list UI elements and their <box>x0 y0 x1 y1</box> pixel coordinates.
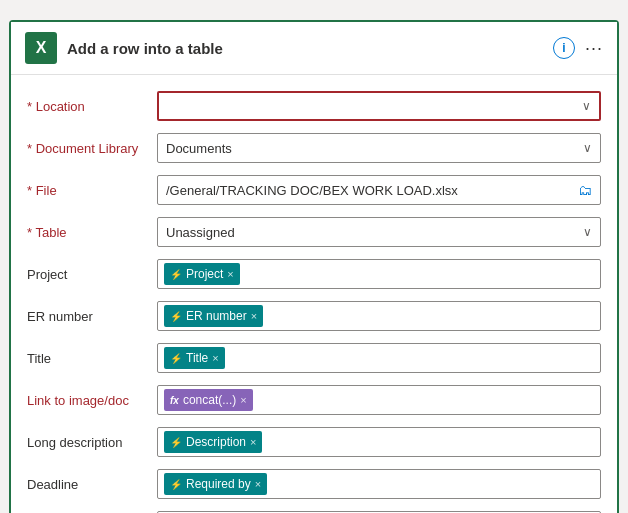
title-label: Title <box>27 351 157 366</box>
link-tag: fx concat(...) × <box>164 389 253 411</box>
link-label: Link to image/doc <box>27 393 157 408</box>
long-desc-tag-icon: ⚡ <box>170 437 182 448</box>
er-number-tag-input[interactable]: ⚡ ER number × <box>157 301 601 331</box>
deadline-tag-remove[interactable]: × <box>255 478 261 490</box>
title-tag-label: Title <box>186 351 208 365</box>
location-label: * Location <box>27 99 157 114</box>
location-dropdown[interactable]: ∨ <box>157 91 601 121</box>
long-desc-control: ⚡ Description × <box>157 427 601 457</box>
doc-library-value: Documents <box>166 141 583 156</box>
er-number-tag-label: ER number <box>186 309 247 323</box>
project-tag-remove[interactable]: × <box>227 268 233 280</box>
er-number-field-row: ER number ⚡ ER number × <box>11 295 617 337</box>
title-tag-input[interactable]: ⚡ Title × <box>157 343 601 373</box>
file-label: * File <box>27 183 157 198</box>
deadline-tag-input[interactable]: ⚡ Required by × <box>157 469 601 499</box>
project-tag: ⚡ Project × <box>164 263 240 285</box>
doc-library-dropdown[interactable]: Documents ∨ <box>157 133 601 163</box>
long-desc-tag: ⚡ Description × <box>164 431 262 453</box>
add-row-card: X Add a row into a table i ··· * Locatio… <box>9 20 619 513</box>
link-tag-input[interactable]: fx concat(...) × <box>157 385 601 415</box>
project-label: Project <box>27 267 157 282</box>
deadline-control: ⚡ Required by × <box>157 469 601 499</box>
table-control: Unassigned ∨ <box>157 217 601 247</box>
deadline-tag-label: Required by <box>186 477 251 491</box>
link-control: fx concat(...) × <box>157 385 601 415</box>
location-control: ∨ <box>157 91 601 121</box>
er-number-tag: ⚡ ER number × <box>164 305 263 327</box>
doc-library-chevron-icon: ∨ <box>583 141 592 155</box>
title-control: ⚡ Title × <box>157 343 601 373</box>
project-field-row: Project ⚡ Project × <box>11 253 617 295</box>
title-tag-icon: ⚡ <box>170 353 182 364</box>
file-control: /General/TRACKING DOC/BEX WORK LOAD.xlsx… <box>157 175 601 205</box>
project-tag-input[interactable]: ⚡ Project × <box>157 259 601 289</box>
long-desc-tag-remove[interactable]: × <box>250 436 256 448</box>
table-value: Unassigned <box>166 225 583 240</box>
table-label: * Table <box>27 225 157 240</box>
location-field-row: * Location ∨ <box>11 85 617 127</box>
long-desc-field-row: Long description ⚡ Description × <box>11 421 617 463</box>
folder-icon: 🗂 <box>578 182 592 198</box>
er-number-tag-remove[interactable]: × <box>251 310 257 322</box>
title-field-row: Title ⚡ Title × <box>11 337 617 379</box>
link-field-row: Link to image/doc fx concat(...) × <box>11 379 617 421</box>
long-desc-tag-label: Description <box>186 435 246 449</box>
file-field-row: * File /General/TRACKING DOC/BEX WORK LO… <box>11 169 617 211</box>
link-tag-remove[interactable]: × <box>240 394 246 406</box>
deadline-tag: ⚡ Required by × <box>164 473 267 495</box>
long-desc-label: Long description <box>27 435 157 450</box>
card-header: X Add a row into a table i ··· <box>11 22 617 75</box>
doc-library-field-row: * Document Library Documents ∨ <box>11 127 617 169</box>
er-number-control: ⚡ ER number × <box>157 301 601 331</box>
file-value: /General/TRACKING DOC/BEX WORK LOAD.xlsx <box>166 183 578 198</box>
table-field-row: * Table Unassigned ∨ <box>11 211 617 253</box>
location-chevron-icon: ∨ <box>582 99 591 113</box>
card-title: Add a row into a table <box>67 40 543 57</box>
excel-icon: X <box>25 32 57 64</box>
doc-library-label: * Document Library <box>27 141 157 156</box>
deadline-tag-icon: ⚡ <box>170 479 182 490</box>
doc-library-control: Documents ∨ <box>157 133 601 163</box>
long-desc-tag-input[interactable]: ⚡ Description × <box>157 427 601 457</box>
table-chevron-icon: ∨ <box>583 225 592 239</box>
info-icon[interactable]: i <box>553 37 575 59</box>
more-options-icon[interactable]: ··· <box>585 38 603 59</box>
card-body: * Location ∨ * Document Library Document… <box>11 75 617 513</box>
title-tag-remove[interactable]: × <box>212 352 218 364</box>
project-tag-icon: ⚡ <box>170 269 182 280</box>
er-number-tag-icon: ⚡ <box>170 311 182 322</box>
er-number-label: ER number <box>27 309 157 324</box>
project-control: ⚡ Project × <box>157 259 601 289</box>
table-dropdown[interactable]: Unassigned ∨ <box>157 217 601 247</box>
link-tag-icon: fx <box>170 395 179 406</box>
link-tag-label: concat(...) <box>183 393 236 407</box>
project-tag-label: Project <box>186 267 223 281</box>
file-input[interactable]: /General/TRACKING DOC/BEX WORK LOAD.xlsx… <box>157 175 601 205</box>
header-icons: i ··· <box>553 37 603 59</box>
responsible-field-row: Responsible ⚡ Responsible × <box>11 505 617 513</box>
deadline-label: Deadline <box>27 477 157 492</box>
title-tag: ⚡ Title × <box>164 347 225 369</box>
deadline-field-row: Deadline ⚡ Required by × <box>11 463 617 505</box>
